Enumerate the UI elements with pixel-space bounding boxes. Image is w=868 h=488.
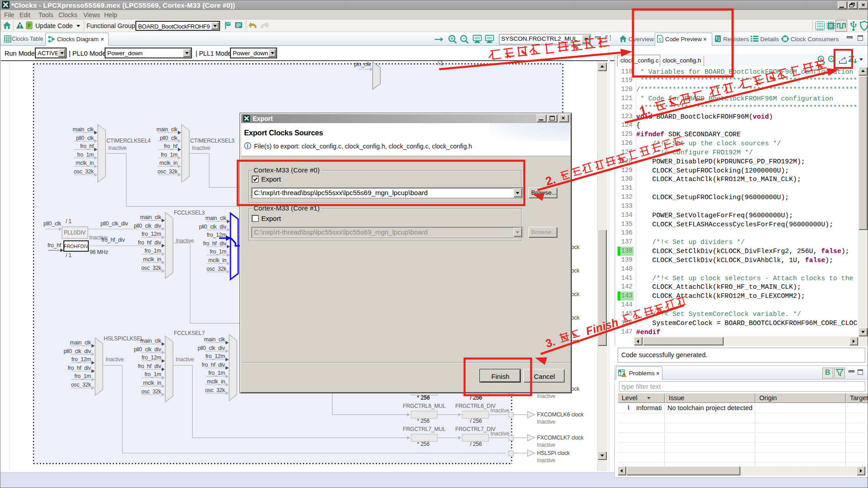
svg-text:fro_12m: fro_12m — [142, 354, 161, 361]
svg-text:fro_1m: fro_1m — [144, 371, 161, 378]
svg-text:fro_1m: fro_1m — [208, 370, 225, 376]
svg-text:pll0_clk_div: pll0_clk_div — [134, 346, 162, 353]
svg-text:mclk_in: mclk_in — [208, 257, 226, 263]
svg-text:pll0_clk_div: pll0_clk_div — [199, 224, 227, 230]
svg-text:Inactive: Inactive — [537, 393, 556, 399]
svg-text:fro_12m: fro_12m — [142, 231, 161, 237]
svg-text:Inactive: Inactive — [490, 407, 509, 414]
svg-text:* 256: * 256 — [417, 441, 430, 447]
svg-text:/ 1: / 1 — [66, 218, 72, 225]
svg-text:osc_32k: osc_32k — [141, 265, 162, 271]
svg-text:pll0_clk_div: pll0_clk_div — [63, 348, 91, 354]
svg-text:fro_1m: fro_1m — [77, 152, 94, 158]
svg-text:osc_32k: osc_32k — [206, 266, 227, 272]
svg-text:fro_hf_div: fro_hf_div — [67, 365, 91, 371]
svg-text:Inactive: Inactive — [192, 145, 211, 151]
svg-text:fro_hf_div: fro_hf_div — [203, 240, 227, 247]
svg-text:fro_12m: fro_12m — [206, 353, 225, 359]
svg-text:mclk_in: mclk_in — [76, 160, 94, 166]
svg-text:fro_hf: fro_hf — [164, 143, 178, 149]
svg-text:/ 256: / 256 — [470, 441, 482, 447]
svg-text:* 256: * 256 — [417, 418, 430, 424]
svg-text:+: + — [450, 35, 453, 42]
svg-text:Inactive: Inactive — [537, 457, 556, 464]
svg-text:main_clk: main_clk — [70, 340, 92, 346]
svg-text:fro_12m: fro_12m — [72, 356, 91, 363]
svg-text:Inactive: Inactive — [176, 356, 194, 363]
svg-text:fro_hf_div: fro_hf_div — [138, 239, 162, 246]
svg-text:FROHFDIV: FROHFDIV — [64, 244, 89, 249]
svg-text:FRGCTRL6_MUL: FRGCTRL6_MUL — [403, 403, 446, 409]
svg-text:CTIMERCLKSEL3: CTIMERCLKSEL3 — [190, 138, 235, 144]
svg-text:main_clk: main_clk — [73, 126, 95, 133]
svg-text:osc_32k: osc_32k — [71, 382, 91, 388]
svg-text:96 MHz: 96 MHz — [90, 249, 108, 255]
svg-text:mclk_in: mclk_in — [143, 256, 161, 263]
svg-text:Inactive: Inactive — [537, 419, 556, 425]
svg-text:Inactive: Inactive — [108, 145, 127, 151]
svg-text:-: - — [463, 35, 465, 42]
svg-text:fro_12m: fro_12m — [207, 232, 226, 238]
svg-text:HSLSPI clock: HSLSPI clock — [537, 450, 570, 456]
svg-text:HSLSPICLKSEL: HSLSPICLKSEL — [104, 335, 144, 342]
svg-text:pin_clk: pin_clk — [354, 61, 371, 67]
svg-text:osc_32k: osc_32k — [141, 388, 162, 395]
svg-text:Inactive: Inactive — [106, 356, 124, 363]
svg-text:pll0_clk: pll0_clk — [43, 220, 62, 227]
svg-text:pll0_clk_div: pll0_clk_div — [101, 220, 129, 227]
svg-text:/ 1: / 1 — [437, 61, 443, 67]
svg-text:pll0_clk: pll0_clk — [160, 135, 178, 141]
svg-text:FRGCTRL7_MUL: FRGCTRL7_MUL — [403, 426, 446, 432]
svg-text:0101: 0101 — [817, 28, 824, 30]
svg-text:fro_1m: fro_1m — [144, 248, 161, 254]
svg-text:FXCOMCLK7 clock: FXCOMCLK7 clock — [537, 435, 584, 441]
svg-text:fro_hf_div: fro_hf_div — [101, 237, 125, 243]
svg-text:FCCLKSEL7: FCCLKSEL7 — [174, 330, 205, 336]
svg-text:mclk_in: mclk_in — [143, 380, 161, 386]
svg-text:fro_hf_div: fro_hf_div — [201, 362, 225, 368]
svg-text:/ 1: / 1 — [66, 252, 72, 258]
svg-text:FXCOMCLK6 clock: FXCOMCLK6 clock — [537, 411, 584, 418]
svg-text:fro_hf_div: fro_hf_div — [138, 363, 162, 369]
svg-text:main_clk: main_clk — [204, 336, 226, 343]
svg-text:osc_32k: osc_32k — [158, 168, 178, 175]
svg-text:PLL0DIV: PLL0DIV — [64, 230, 86, 236]
svg-text:c: c — [659, 37, 662, 42]
svg-text:fro_hf: fro_hf — [80, 143, 94, 149]
svg-text:pll0_clk: pll0_clk — [76, 135, 94, 141]
svg-text:osc_32k: osc_32k — [74, 168, 94, 175]
svg-text:FCCLKSEL3: FCCLKSEL3 — [174, 210, 205, 216]
svg-text:* 256: * 256 — [417, 394, 430, 401]
svg-text:mclk_in: mclk_in — [159, 160, 177, 166]
svg-text:pll0_clk_div: pll0_clk_div — [197, 345, 225, 351]
svg-text:Inactive: Inactive — [537, 442, 556, 448]
svg-text:fro_hf: fro_hf — [48, 242, 62, 249]
svg-text:fro_1m: fro_1m — [210, 249, 226, 255]
svg-text:fro_1m: fro_1m — [161, 152, 177, 158]
svg-text:CTIMERCLKSEL4: CTIMERCLKSEL4 — [106, 138, 151, 144]
svg-text:pll0_clk_div: pll0_clk_div — [134, 223, 162, 229]
svg-text:fro_1m: fro_1m — [74, 373, 91, 379]
svg-text:osc_32k: osc_32k — [205, 387, 225, 393]
svg-text:main_clk: main_clk — [140, 214, 162, 220]
svg-text:main_clk: main_clk — [157, 126, 178, 133]
svg-text:/ 256: / 256 — [470, 418, 482, 424]
svg-text:Inactive: Inactive — [490, 431, 509, 437]
svg-text:/ 256: / 256 — [470, 394, 482, 401]
svg-text:main_clk: main_clk — [140, 338, 162, 344]
svg-text:mclk_in: mclk_in — [207, 378, 225, 385]
svg-text:main_clk: main_clk — [206, 215, 227, 221]
